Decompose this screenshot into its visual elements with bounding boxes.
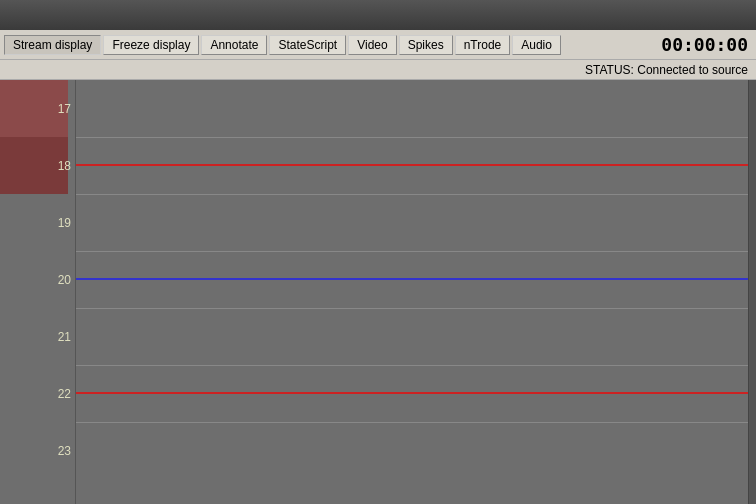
stream-display-button[interactable]: Stream display <box>4 35 101 55</box>
row-label-22: 22 <box>58 387 71 401</box>
chart-area[interactable] <box>76 80 748 504</box>
toolbar: Stream display Freeze display Annotate S… <box>0 30 756 60</box>
row-label-23: 23 <box>58 444 71 458</box>
video-button[interactable]: Video <box>348 35 396 55</box>
signal-line-red-22 <box>76 392 748 394</box>
main-content: 17 18 19 20 21 22 23 <box>0 80 756 504</box>
vertical-scrollbar[interactable] <box>748 80 756 504</box>
status-bar: STATUS: Connected to source <box>0 60 756 80</box>
row-label-17: 17 <box>58 102 71 116</box>
signal-line-blue-20 <box>76 278 748 280</box>
row-label-20: 20 <box>58 273 71 287</box>
grid-line-5 <box>76 365 748 366</box>
row-label-18: 18 <box>58 159 71 173</box>
row-label-19: 19 <box>58 216 71 230</box>
timer-display: 00:00:00 <box>661 34 752 55</box>
grid-line-1 <box>76 137 748 138</box>
titlebar <box>0 0 756 30</box>
spikes-button[interactable]: Spikes <box>399 35 453 55</box>
status-text: STATUS: Connected to source <box>585 63 748 77</box>
audio-button[interactable]: Audio <box>512 35 561 55</box>
ntrode-button[interactable]: nTrode <box>455 35 511 55</box>
grid-line-3 <box>76 251 748 252</box>
channel-sidebar: 17 18 19 20 21 22 23 <box>0 80 75 504</box>
signal-line-red-18 <box>76 164 748 166</box>
grid-line-4 <box>76 308 748 309</box>
grid-line-6 <box>76 422 748 423</box>
freeze-display-button[interactable]: Freeze display <box>103 35 199 55</box>
row-label-21: 21 <box>58 330 71 344</box>
grid-line-2 <box>76 194 748 195</box>
statescript-button[interactable]: StateScript <box>269 35 346 55</box>
annotate-button[interactable]: Annotate <box>201 35 267 55</box>
